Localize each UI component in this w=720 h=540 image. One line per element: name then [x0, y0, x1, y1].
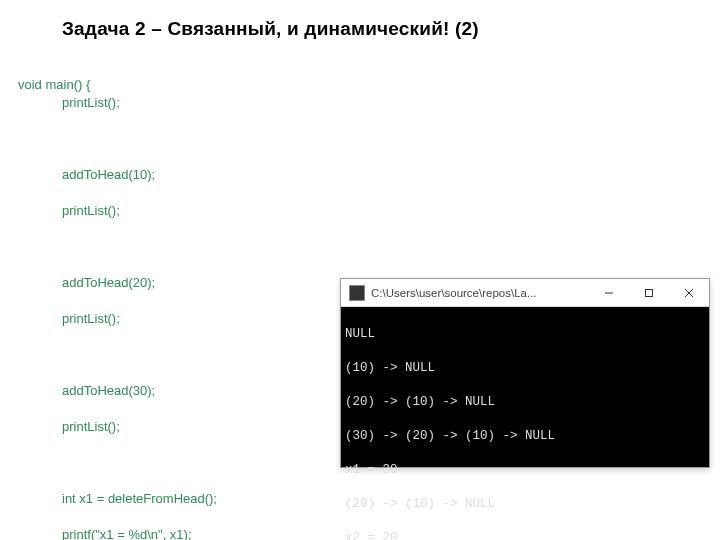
code-line: printList();: [62, 418, 217, 436]
output-line: x1 = 30: [345, 462, 705, 479]
blank-line: [18, 454, 217, 472]
code-line: printList();: [62, 202, 217, 220]
console-window: C:\Users\user\source\repos\La... NULL (1…: [340, 278, 710, 468]
code-line: addToHead(30);: [62, 382, 217, 400]
maximize-button[interactable]: [629, 279, 669, 306]
output-line: x2 = 20: [345, 530, 705, 540]
code-line: void main() {: [18, 77, 90, 92]
code-block: void main() { printList(); addToHead(10)…: [18, 58, 217, 540]
output-line: NULL: [345, 326, 705, 343]
minimize-icon: [604, 288, 614, 298]
minimize-button[interactable]: [589, 279, 629, 306]
svg-rect-1: [646, 289, 653, 296]
app-icon: [349, 285, 365, 301]
blank-line: [18, 238, 217, 256]
window-title: C:\Users\user\source\repos\La...: [371, 287, 589, 299]
code-line: printList();: [62, 94, 217, 112]
output-line: (30) -> (20) -> (10) -> NULL: [345, 428, 705, 445]
close-button[interactable]: [669, 279, 709, 306]
maximize-icon: [644, 288, 654, 298]
output-line: (20) -> (10) -> NULL: [345, 394, 705, 411]
window-controls: [589, 279, 709, 306]
blank-line: [18, 130, 217, 148]
console-output: NULL (10) -> NULL (20) -> (10) -> NULL (…: [341, 307, 709, 467]
blank-line: [18, 346, 217, 364]
code-line: addToHead(20);: [62, 274, 217, 292]
slide-title: Задача 2 – Связанный, и динамический! (2…: [62, 18, 479, 40]
code-line: int x1 = deleteFromHead();: [62, 490, 217, 508]
code-line: addToHead(10);: [62, 166, 217, 184]
code-line: printf("x1 = %d\n", x1);: [62, 526, 217, 540]
window-titlebar: C:\Users\user\source\repos\La...: [341, 279, 709, 307]
output-line: (20) -> (10) -> NULL: [345, 496, 705, 513]
close-icon: [684, 288, 694, 298]
code-line: printList();: [62, 310, 217, 328]
output-line: (10) -> NULL: [345, 360, 705, 377]
